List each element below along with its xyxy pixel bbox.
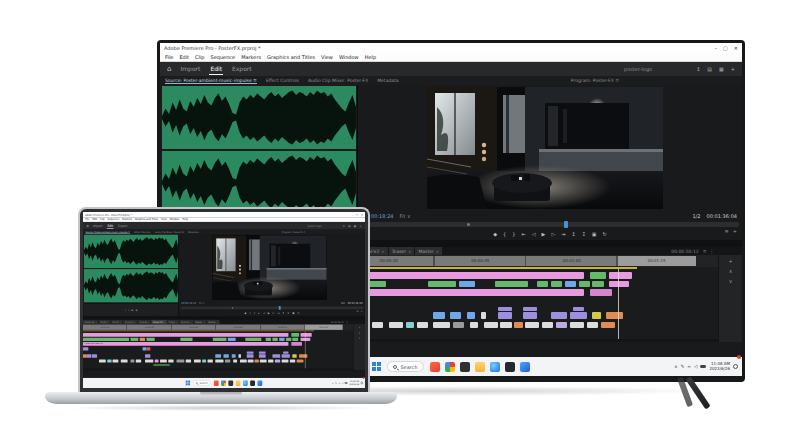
extract-icon[interactable]: ↧ <box>582 231 586 237</box>
timeline-clip[interactable] <box>590 272 607 279</box>
close-tab-icon[interactable]: × <box>190 321 192 324</box>
go-to-in-icon[interactable]: ⇤ <box>521 231 525 237</box>
step-back-icon[interactable]: ◁ <box>263 311 265 314</box>
menu-item-markers[interactable]: Markers <box>122 218 132 221</box>
play-icon[interactable]: ▶ <box>542 231 546 237</box>
timeline-clip[interactable] <box>272 338 277 341</box>
workspace-icon[interactable]: ▦ <box>719 66 724 72</box>
timeline-clip[interactable] <box>140 338 145 341</box>
quick-export-icon[interactable]: ↥ <box>343 224 345 227</box>
timeline-clip[interactable] <box>113 359 118 362</box>
mark-in-icon[interactable]: { <box>249 311 251 314</box>
timeline-clip[interactable] <box>459 281 476 287</box>
close-tab-icon[interactable]: × <box>436 249 439 254</box>
browser-app-icon[interactable] <box>445 362 455 372</box>
close-tab-icon[interactable]: × <box>134 321 136 324</box>
timeline-clip[interactable] <box>372 322 383 328</box>
source-transport-icon[interactable]: ◆ <box>135 308 137 311</box>
timeline-clip[interactable] <box>87 354 91 358</box>
maximize-frame-icon[interactable]: + <box>360 224 362 227</box>
tab-program-monitor[interactable]: Program: Poster-FX ≡ <box>571 78 619 83</box>
mark-out-icon[interactable]: } <box>512 231 515 237</box>
timeline-clip[interactable] <box>121 359 128 362</box>
timeline-clip[interactable] <box>433 312 444 319</box>
timeline-clip[interactable] <box>453 322 464 328</box>
battery-icon[interactable] <box>345 382 348 384</box>
timeline-clip[interactable] <box>213 338 227 341</box>
timeline-clip[interactable] <box>232 354 236 358</box>
timeline-clip[interactable] <box>215 359 223 362</box>
timeline-clip[interactable] <box>498 312 512 319</box>
maximize-frame-icon[interactable]: + <box>731 66 735 72</box>
go-to-out-icon[interactable]: ⇥ <box>561 231 565 237</box>
photos-app-icon[interactable] <box>505 362 515 372</box>
zoom-control-icon[interactable]: + <box>728 258 732 264</box>
maximize-button[interactable]: ▢ <box>723 45 728 51</box>
timeline-menu-icon[interactable]: ≡ <box>703 249 707 254</box>
add-marker-icon[interactable]: ◆ <box>493 231 497 237</box>
close-tab-icon[interactable]: × <box>176 321 178 324</box>
timeline-clip[interactable] <box>268 359 273 362</box>
timeline-clip[interactable] <box>592 312 600 319</box>
timeline-clip[interactable] <box>500 322 511 328</box>
close-tab-icon[interactable]: × <box>148 321 150 324</box>
timeline-clip[interactable] <box>556 322 567 328</box>
menu-item-graphics-and-titles[interactable]: Graphics and Titles <box>267 54 315 60</box>
timeline-clip[interactable] <box>247 354 254 358</box>
timeline-clip[interactable] <box>406 322 414 328</box>
timeline-clip[interactable] <box>194 359 201 362</box>
notification-bell-icon[interactable] <box>361 382 363 385</box>
timeline-clip[interactable] <box>153 364 169 366</box>
menu-item-sequence[interactable]: Sequence <box>211 54 236 60</box>
timeline-clip[interactable] <box>147 338 155 341</box>
timeline-clip[interactable] <box>255 359 259 362</box>
timeline-clip[interactable] <box>275 359 280 362</box>
panel-tab[interactable]: Source: Poster-ambient-music-impulse ≡ <box>165 78 257 84</box>
step-forward-icon[interactable]: ▷ <box>273 311 275 314</box>
timeline-clip[interactable] <box>99 359 106 362</box>
timeline-clip[interactable] <box>601 322 615 328</box>
timeline-clip[interactable] <box>279 338 284 341</box>
maximize-button[interactable]: ▢ <box>356 213 358 216</box>
timeline-clip[interactable] <box>467 312 475 319</box>
panel-tab[interactable]: Audio Clip Mixer: Poster-FX <box>155 230 184 233</box>
file-explorer-icon[interactable] <box>475 362 485 372</box>
timeline-clip[interactable] <box>107 359 111 362</box>
timeline-clip[interactable] <box>484 322 498 328</box>
menu-item-view[interactable]: View <box>161 218 167 221</box>
taskbar-search[interactable]: Search <box>193 380 211 386</box>
menu-item-help[interactable]: Help <box>365 54 376 60</box>
go-to-out-icon[interactable]: ⇥ <box>277 311 279 314</box>
timeline-menu-icon[interactable]: ⋮ <box>710 249 715 254</box>
timeline-clip[interactable] <box>260 359 267 362</box>
fit-zoom-dropdown[interactable]: Fit ∨ <box>199 302 204 305</box>
menu-item-markers[interactable]: Markers <box>241 54 261 60</box>
tab-program-monitor[interactable]: Program: Poster-FX ≡ <box>282 230 305 233</box>
settings-icon[interactable]: ≡ <box>725 228 729 234</box>
browser-app-icon[interactable] <box>221 380 226 385</box>
sequence-tab[interactable]: Master× <box>415 247 443 255</box>
panel-tab[interactable]: Metadata <box>188 230 198 233</box>
timeline-clip[interactable] <box>573 307 584 311</box>
volume-icon[interactable]: ◁ <box>694 364 697 369</box>
timeline-clip[interactable] <box>160 359 167 362</box>
timeline-zoom-strip[interactable]: +∧∨ <box>718 255 742 342</box>
progress-icon[interactable]: ▤ <box>707 66 712 72</box>
timeline-clip[interactable] <box>428 281 456 287</box>
timeline-clip[interactable] <box>290 359 295 362</box>
zoom-control-icon[interactable]: + <box>358 326 360 329</box>
timeline-clip[interactable] <box>570 322 584 328</box>
wifi-icon[interactable]: ≈ <box>338 382 340 385</box>
timeline-clip[interactable] <box>176 359 184 362</box>
media-player-app-icon[interactable] <box>520 362 530 372</box>
tray-chevron-up-icon[interactable]: ∧ <box>674 364 677 369</box>
timeline-clip[interactable] <box>92 354 97 358</box>
timeline-clip[interactable] <box>565 281 576 287</box>
timeline-clip[interactable] <box>523 307 537 311</box>
timeline-clip[interactable] <box>147 347 151 350</box>
panel-tab[interactable]: Metadata <box>377 78 398 84</box>
taskbar-search[interactable]: Search <box>387 361 423 372</box>
add-marker-icon[interactable]: ◆ <box>244 311 246 314</box>
timeline-clip[interactable] <box>301 338 310 341</box>
settings-icon[interactable]: ≡ <box>357 310 359 313</box>
